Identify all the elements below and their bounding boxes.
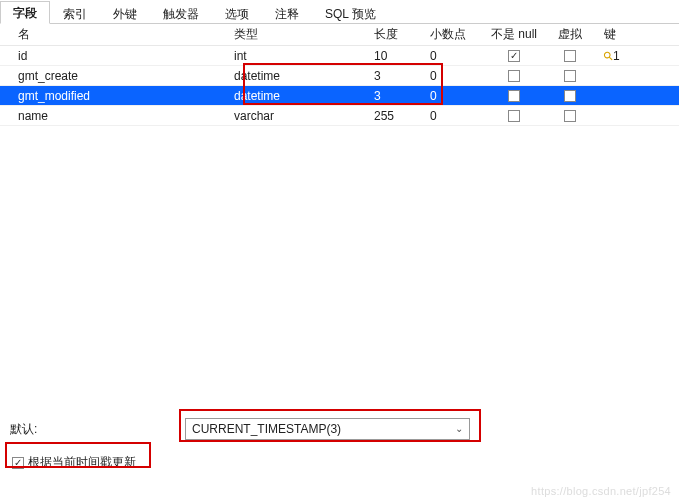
cell-name[interactable]: id	[0, 49, 234, 63]
tab-fields[interactable]: 字段	[0, 1, 50, 24]
notnull-checkbox[interactable]	[508, 70, 520, 82]
cell-length[interactable]: 10	[374, 49, 430, 63]
fields-grid: id int 10 0 ⚲1 gmt_create datetime 3 0 ▶…	[0, 46, 679, 126]
cell-decimal[interactable]: 0	[430, 89, 486, 103]
table-row[interactable]: name varchar 255 0	[0, 106, 679, 126]
tab-foreign-keys[interactable]: 外键	[100, 2, 150, 24]
tab-triggers[interactable]: 触发器	[150, 2, 212, 24]
tab-indexes[interactable]: 索引	[50, 2, 100, 24]
cell-type[interactable]: varchar	[234, 109, 374, 123]
notnull-checkbox[interactable]	[508, 110, 520, 122]
notnull-checkbox[interactable]	[508, 90, 520, 102]
update-on-timestamp-label: 根据当前时间戳更新	[28, 454, 136, 471]
default-label: 默认:	[10, 421, 185, 438]
table-row[interactable]: gmt_create datetime 3 0	[0, 66, 679, 86]
tab-sql-preview[interactable]: SQL 预览	[312, 2, 389, 24]
table-row[interactable]: id int 10 0 ⚲1	[0, 46, 679, 66]
cell-notnull	[486, 49, 542, 63]
cell-decimal[interactable]: 0	[430, 69, 486, 83]
cell-type[interactable]: int	[234, 49, 374, 63]
column-header-decimal[interactable]: 小数点	[430, 26, 486, 43]
virtual-checkbox[interactable]	[564, 110, 576, 122]
cell-length[interactable]: 3	[374, 89, 430, 103]
cell-virtual	[542, 49, 598, 63]
cell-decimal[interactable]: 0	[430, 109, 486, 123]
column-header-notnull[interactable]: 不是 null	[486, 26, 542, 43]
cell-length[interactable]: 3	[374, 69, 430, 83]
cell-type[interactable]: datetime	[234, 89, 374, 103]
cell-virtual	[542, 69, 598, 83]
chevron-down-icon: ⌄	[455, 423, 463, 434]
virtual-checkbox[interactable]	[564, 50, 576, 62]
column-header-type[interactable]: 类型	[234, 26, 374, 43]
column-header-length[interactable]: 长度	[374, 26, 430, 43]
notnull-checkbox[interactable]	[508, 50, 520, 62]
virtual-checkbox[interactable]	[564, 90, 576, 102]
default-row: 默认: CURRENT_TIMESTAMP(3) ⌄	[0, 415, 679, 446]
cell-type[interactable]: datetime	[234, 69, 374, 83]
update-on-timestamp-checkbox[interactable]	[12, 457, 24, 469]
tab-options[interactable]: 选项	[212, 2, 262, 24]
cell-length[interactable]: 255	[374, 109, 430, 123]
column-header-name[interactable]: 名	[0, 26, 234, 43]
tab-comments[interactable]: 注释	[262, 2, 312, 24]
cell-notnull	[486, 69, 542, 83]
cell-decimal[interactable]: 0	[430, 49, 486, 63]
column-header-key[interactable]: 键	[598, 26, 658, 43]
cell-key: ⚲1	[598, 49, 658, 63]
field-properties-panel: 默认: CURRENT_TIMESTAMP(3) ⌄ 根据当前时间戳更新	[0, 415, 679, 475]
tab-bar: 字段 索引 外键 触发器 选项 注释 SQL 预览	[0, 0, 679, 24]
update-on-timestamp-row[interactable]: 根据当前时间戳更新	[8, 450, 144, 475]
cell-virtual	[542, 109, 598, 123]
default-combobox[interactable]: CURRENT_TIMESTAMP(3) ⌄	[185, 418, 470, 440]
cell-notnull	[486, 89, 542, 103]
column-header-row: 名 类型 长度 小数点 不是 null 虚拟 键	[0, 24, 679, 46]
table-row[interactable]: ▶ gmt_modified datetime 3 0	[0, 86, 679, 106]
cell-name[interactable]: name	[0, 109, 234, 123]
virtual-checkbox[interactable]	[564, 70, 576, 82]
column-header-virtual[interactable]: 虚拟	[542, 26, 598, 43]
cell-virtual	[542, 89, 598, 103]
cell-name[interactable]: gmt_modified	[0, 89, 234, 103]
cell-name[interactable]: gmt_create	[0, 69, 234, 83]
watermark: https://blog.csdn.net/jpf254	[531, 485, 671, 497]
cell-notnull	[486, 109, 542, 123]
default-value: CURRENT_TIMESTAMP(3)	[192, 422, 341, 436]
